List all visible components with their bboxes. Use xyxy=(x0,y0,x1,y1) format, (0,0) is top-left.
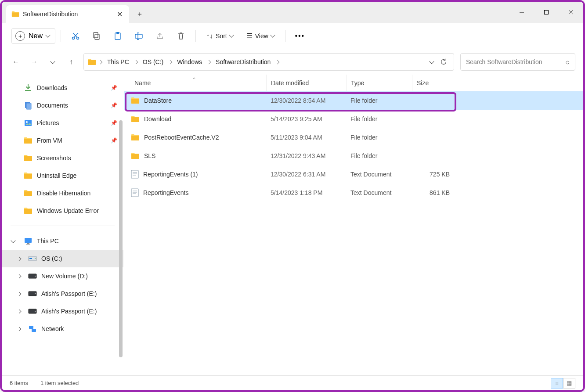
column-header-type[interactable]: Type xyxy=(346,75,412,91)
chevron-right-icon[interactable] xyxy=(18,292,21,295)
search-icon[interactable]: ⌕ xyxy=(565,58,570,66)
sidebar-item[interactable]: Disable Hibernation xyxy=(2,184,123,202)
view-button[interactable]: ☰ View xyxy=(241,27,280,45)
more-button[interactable]: ••• xyxy=(291,27,309,45)
file-type: Text Document xyxy=(346,189,412,196)
breadcrumb-item[interactable]: Windows xyxy=(174,54,205,70)
ellipsis-icon: ••• xyxy=(295,32,305,40)
folder-icon xyxy=(24,189,32,198)
addressbar[interactable]: This PC OS (C:) Windows SoftwareDistribu… xyxy=(83,53,454,71)
column-header-name[interactable]: ⌃Name xyxy=(124,79,266,86)
chevron-right-icon[interactable] xyxy=(206,61,211,64)
column-header-date[interactable]: Date modified xyxy=(266,75,346,91)
status-count: 6 items xyxy=(10,380,28,386)
file-row[interactable]: PostRebootEventCache.V25/11/2023 9:04 AM… xyxy=(124,128,583,147)
sidebar-item[interactable]: Downloads📌 xyxy=(2,79,123,97)
refresh-icon[interactable] xyxy=(440,58,448,66)
drive-icon xyxy=(28,273,37,279)
recent-button[interactable] xyxy=(47,56,59,68)
window-tab[interactable]: SoftwareDistribution ✕ xyxy=(6,5,129,23)
sidebar-item[interactable]: From VM📌 xyxy=(2,132,123,149)
delete-button[interactable] xyxy=(172,27,190,45)
plus-circle-icon: + xyxy=(15,31,25,41)
new-button[interactable]: + New xyxy=(11,28,55,44)
pin-icon: 📌 xyxy=(111,137,117,144)
sidebar-item[interactable]: Uninstall Edge xyxy=(2,167,123,184)
chevron-down-icon xyxy=(230,35,233,37)
copy-icon xyxy=(92,32,101,40)
sidebar-item-label: Pictures xyxy=(37,119,59,126)
sidebar-item-label: Downloads xyxy=(37,84,67,91)
navigation-row: ← → ↑ This PC OS (C:) Windows SoftwareDi… xyxy=(2,49,583,75)
chevron-down-icon xyxy=(46,35,50,37)
chevron-right-icon[interactable] xyxy=(18,257,21,260)
forward-button[interactable]: → xyxy=(28,56,40,68)
folder-icon xyxy=(131,152,140,159)
file-list-view: ⌃Name Date modified Type Size DataStore1… xyxy=(124,75,583,375)
chevron-down-icon xyxy=(271,35,274,37)
chevron-right-icon[interactable] xyxy=(275,61,280,64)
file-type: Text Document xyxy=(346,171,412,178)
new-tab-button[interactable]: ＋ xyxy=(129,5,150,23)
minimize-button[interactable] xyxy=(509,2,534,23)
close-window-button[interactable] xyxy=(559,2,583,23)
up-button[interactable]: ↑ xyxy=(65,56,77,68)
thumbnails-view-button[interactable]: ▦ xyxy=(563,378,575,388)
search-box[interactable]: ⌕ xyxy=(460,53,575,71)
titlebar: SoftwareDistribution ✕ ＋ xyxy=(2,2,583,23)
cut-button[interactable] xyxy=(66,27,85,45)
chevron-down-icon[interactable] xyxy=(11,240,15,242)
file-row[interactable]: DataStore12/30/2022 8:54 AMFile folder xyxy=(124,91,583,110)
file-row[interactable]: ReportingEvents5/14/2023 1:18 PMText Doc… xyxy=(124,183,583,202)
sidebar-item[interactable]: Windows Update Error xyxy=(2,202,123,219)
search-input[interactable] xyxy=(466,58,562,65)
file-date: 5/14/2023 9:25 AM xyxy=(266,115,346,122)
copy-button[interactable] xyxy=(87,27,106,45)
file-row[interactable]: Download5/14/2023 9:25 AMFile folder xyxy=(124,110,583,128)
share-button[interactable] xyxy=(151,27,169,45)
sidebar-item-this-pc[interactable]: This PC xyxy=(2,232,123,250)
sidebar-item[interactable]: Screenshots xyxy=(2,149,123,167)
file-row[interactable]: ReportingEvents (1)12/30/2022 6:31 AMTex… xyxy=(124,165,583,183)
sidebar-item[interactable]: Pictures📌 xyxy=(2,114,123,132)
breadcrumb-item[interactable]: SoftwareDistribution xyxy=(213,54,273,70)
tab-title: SoftwareDistribution xyxy=(23,11,112,18)
sidebar-scrollbar[interactable] xyxy=(118,75,123,375)
file-name: Download xyxy=(144,115,171,122)
chevron-right-icon[interactable] xyxy=(18,275,21,278)
details-view-button[interactable]: ≡ xyxy=(551,378,563,388)
sidebar-item[interactable]: Documents📌 xyxy=(2,97,123,114)
file-date: 12/30/2022 8:54 AM xyxy=(266,97,346,104)
chevron-right-icon[interactable] xyxy=(18,327,21,331)
pictures-icon xyxy=(24,119,32,127)
pin-icon: 📌 xyxy=(111,85,117,91)
column-header-size[interactable]: Size xyxy=(412,75,456,91)
file-size: 861 KB xyxy=(412,189,456,196)
rename-button[interactable] xyxy=(130,27,148,45)
breadcrumb-item[interactable]: OS (C:) xyxy=(140,54,166,70)
sidebar-item-network[interactable]: Network xyxy=(2,320,123,338)
paste-button[interactable] xyxy=(108,27,127,45)
file-name: DataStore xyxy=(144,97,172,104)
scrollbar-thumb[interactable] xyxy=(119,120,123,357)
file-row[interactable]: SLS12/31/2022 9:43 AMFile folder xyxy=(124,147,583,165)
address-dropdown-icon[interactable] xyxy=(430,61,433,63)
maximize-button[interactable] xyxy=(534,2,559,23)
sidebar-item-drive[interactable]: Atish's Passport (E:) xyxy=(2,302,123,320)
chevron-right-icon[interactable] xyxy=(168,61,173,64)
sort-button[interactable]: ↑↓ Sort xyxy=(201,27,238,45)
chevron-right-icon[interactable] xyxy=(98,61,103,64)
chevron-right-icon[interactable] xyxy=(134,61,138,64)
close-tab-icon[interactable]: ✕ xyxy=(116,11,123,18)
breadcrumb-item[interactable]: This PC xyxy=(105,54,132,70)
chevron-right-icon[interactable] xyxy=(18,310,21,313)
sidebar-item-label: Documents xyxy=(37,102,68,109)
folder-icon xyxy=(24,206,32,215)
sidebar-item-drive[interactable]: New Volume (D:) xyxy=(2,267,123,285)
sidebar-item-drive[interactable]: Atish's Passport (E:) xyxy=(2,285,123,302)
documents-icon xyxy=(24,101,32,110)
sidebar-item-label: Disable Hibernation xyxy=(37,190,90,197)
sidebar-item-drive[interactable]: OS (C:) xyxy=(2,250,123,267)
back-button[interactable]: ← xyxy=(10,56,22,68)
view-icon: ☰ xyxy=(246,32,253,40)
